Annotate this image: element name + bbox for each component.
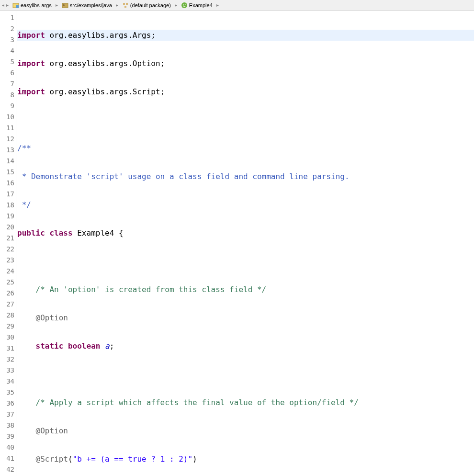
- breadcrumb-class-label: Example4: [189, 2, 213, 8]
- code-area[interactable]: import org.easylibs.args.Args; import or…: [16, 11, 474, 476]
- chevron-icon: ▸: [175, 2, 177, 8]
- code-line: /**: [17, 143, 474, 154]
- code-line: import org.easylibs.args.Script;: [17, 86, 474, 97]
- svg-rect-4: [123, 3, 125, 5]
- line-number: 14: [0, 156, 16, 167]
- code-line: /* Apply a script which affects the fina…: [17, 397, 474, 408]
- line-number: 32: [0, 354, 16, 365]
- breadcrumb-source-folder-label: src/examples/java: [70, 2, 112, 8]
- line-number: 36: [0, 398, 16, 409]
- breadcrumb-bar: ◂ ▸ easylibs-args ▸ src/examples/java ▸ …: [0, 0, 474, 11]
- line-number: 7: [0, 79, 16, 90]
- breadcrumb-class[interactable]: C Example4: [179, 2, 214, 9]
- line-number: 24: [0, 266, 16, 277]
- breadcrumb-package[interactable]: (default package): [120, 2, 173, 9]
- code-line: import org.easylibs.args.Option;: [17, 58, 474, 69]
- breadcrumb-source-folder[interactable]: src/examples/java: [60, 2, 114, 9]
- line-number: 26: [0, 288, 16, 299]
- line-number: 19: [0, 211, 16, 222]
- svg-text:C: C: [183, 3, 186, 8]
- line-number: 9: [0, 101, 16, 112]
- project-icon: [12, 2, 19, 9]
- line-number: 23: [0, 255, 16, 266]
- line-number: 15: [0, 167, 16, 178]
- line-number: 34: [0, 376, 16, 387]
- line-number: 21: [0, 233, 16, 244]
- line-number: 11: [0, 123, 16, 134]
- breadcrumb-project[interactable]: easylibs-args: [11, 2, 54, 9]
- code-line: [17, 114, 474, 125]
- code-line: @Option: [17, 312, 474, 323]
- chevron-icon: ▸: [116, 2, 118, 8]
- code-line: /* An 'option' is created from this clas…: [17, 284, 474, 295]
- line-number: 3: [0, 34, 16, 45]
- code-line: @Script("b += (a == true ? 1 : 2)"): [17, 453, 474, 465]
- line-number: 27: [0, 299, 16, 310]
- line-number: 35: [0, 387, 16, 398]
- line-number: 41: [0, 453, 16, 464]
- line-number: 2: [0, 23, 16, 34]
- line-number: 22: [0, 244, 16, 255]
- chevron-right-icon[interactable]: ▸: [6, 2, 9, 8]
- line-number: 20: [0, 222, 16, 233]
- line-number: 13: [0, 145, 16, 156]
- package-folder-icon: [62, 2, 68, 9]
- svg-rect-6: [124, 6, 126, 8]
- line-number: 31: [0, 343, 16, 354]
- line-number: 8: [0, 90, 16, 101]
- chevron-icon: ▸: [216, 2, 219, 8]
- line-number: 33: [0, 365, 16, 376]
- line-number: 18: [0, 200, 16, 211]
- line-number: 1: [0, 12, 16, 23]
- code-line: * Demonstrate 'script' usage on a class …: [17, 171, 474, 182]
- breadcrumb-project-label: easylibs-args: [21, 2, 52, 8]
- svg-rect-5: [126, 3, 128, 5]
- line-number: 16: [0, 178, 16, 189]
- line-number: 12: [0, 134, 16, 145]
- svg-point-3: [63, 4, 65, 6]
- line-number: 10: [0, 112, 16, 123]
- line-number: 30: [0, 332, 16, 343]
- package-icon: [122, 2, 129, 9]
- chevron-icon: ▸: [56, 2, 58, 8]
- line-number: 6: [0, 68, 16, 79]
- code-line: @Option: [17, 425, 474, 436]
- line-number: 25: [0, 277, 16, 288]
- line-number: 37: [0, 409, 16, 420]
- class-icon: C: [181, 2, 188, 9]
- code-line: */: [17, 199, 474, 210]
- line-number: 39: [0, 431, 16, 442]
- line-number: 5: [0, 57, 16, 68]
- line-number: 29: [0, 321, 16, 332]
- line-number: 40: [0, 442, 16, 453]
- chevron-left-icon[interactable]: ◂: [2, 2, 4, 8]
- line-number-gutter[interactable]: 1 2 3 4 5 6 7 8 9 10 11 12 13 14 15 16 1…: [0, 11, 16, 476]
- line-number: 4: [0, 45, 16, 57]
- line-number: 38: [0, 420, 16, 431]
- code-line: public class Example4 {: [17, 227, 474, 238]
- code-editor[interactable]: 1 2 3 4 5 6 7 8 9 10 11 12 13 14 15 16 1…: [0, 11, 474, 476]
- code-line: import org.easylibs.args.Args;: [17, 30, 474, 41]
- code-line: static boolean a;: [17, 340, 474, 351]
- line-number: 17: [0, 189, 16, 200]
- code-line: [17, 369, 474, 380]
- line-number: 42: [0, 464, 16, 475]
- svg-rect-1: [16, 5, 19, 8]
- breadcrumb-package-label: (default package): [130, 2, 171, 8]
- line-number: 28: [0, 310, 16, 321]
- code-line: [17, 256, 474, 267]
